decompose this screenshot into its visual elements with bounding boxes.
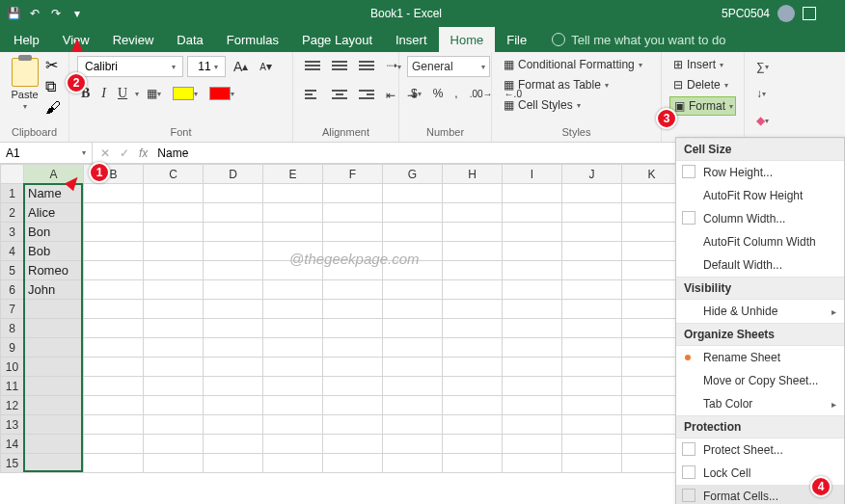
cell[interactable] [383,435,443,454]
cell[interactable] [144,396,204,415]
cell[interactable] [562,377,622,396]
fill-color-button[interactable]: ▾ [169,83,202,104]
cell[interactable] [263,415,323,435]
cell[interactable] [84,338,144,358]
cell[interactable] [443,338,503,358]
cell[interactable] [503,280,562,300]
cell[interactable] [204,223,263,242]
undo-icon[interactable]: ↶ [27,6,42,21]
underline-button[interactable]: U [114,83,131,104]
cell[interactable] [144,338,204,358]
cell[interactable] [263,319,323,338]
cell[interactable] [443,242,503,261]
cell[interactable] [622,280,682,300]
cell[interactable] [622,203,682,223]
number-format-dropdown[interactable]: General▾ [407,56,490,77]
account-avatar-icon[interactable] [777,5,795,22]
save-icon[interactable]: 💾 [6,6,21,21]
cell[interactable] [622,377,682,396]
cell[interactable] [503,184,562,203]
cell-styles-button[interactable]: ▦Cell Styles▾ [500,96,653,114]
cell[interactable] [562,338,622,358]
cell[interactable] [323,280,383,300]
cell[interactable] [24,415,84,435]
cell[interactable] [383,300,443,319]
cell[interactable] [323,338,383,358]
cell[interactable] [503,377,562,396]
menu-item-row-height[interactable]: Row Height... [676,161,844,184]
cell[interactable] [204,415,263,435]
cell[interactable]: John [24,280,84,300]
increase-font-size-button[interactable]: A▴ [230,56,252,77]
cell[interactable] [443,435,503,454]
cell[interactable] [204,280,263,300]
cell[interactable] [84,415,144,435]
cell[interactable] [84,358,144,377]
cell[interactable] [204,319,263,338]
redo-icon[interactable]: ↷ [48,6,64,21]
cell[interactable] [383,223,443,242]
row-header[interactable]: 14 [1,435,24,454]
column-header-F[interactable]: F [323,165,383,184]
cell[interactable] [622,338,682,358]
column-header-G[interactable]: G [383,165,443,184]
align-bottom-icon[interactable] [355,56,378,77]
name-box[interactable]: A1 ▾ [0,143,93,163]
cell[interactable] [503,338,562,358]
cell[interactable] [622,454,682,473]
cell[interactable] [204,338,263,358]
row-header[interactable]: 13 [1,415,24,435]
cell[interactable] [622,300,682,319]
cell[interactable] [263,338,323,358]
font-color-button[interactable]: ▾ [205,83,238,104]
cell[interactable] [204,358,263,377]
tab-data[interactable]: Data [165,27,214,52]
cell[interactable] [562,223,622,242]
column-header-C[interactable]: C [144,165,204,184]
tab-insert[interactable]: Insert [384,27,439,52]
cell[interactable] [503,415,562,435]
comma-format-button[interactable]: , [450,83,461,104]
cell[interactable] [383,184,443,203]
cell[interactable] [562,454,622,473]
cell[interactable] [144,377,204,396]
cell[interactable] [383,203,443,223]
tab-file[interactable]: File [495,27,538,52]
cell[interactable] [562,300,622,319]
cell[interactable] [622,435,682,454]
tab-review[interactable]: Review [101,27,166,52]
cell[interactable] [562,396,622,415]
cell[interactable] [622,261,682,280]
cell[interactable] [443,300,503,319]
cell[interactable]: Romeo [24,261,84,280]
font-size-input[interactable] [195,60,214,73]
cell[interactable] [323,223,383,242]
cell[interactable] [84,223,144,242]
cell[interactable] [383,338,443,358]
cell[interactable] [562,280,622,300]
cell[interactable] [263,454,323,473]
cell[interactable] [263,203,323,223]
cell[interactable] [443,454,503,473]
row-header[interactable]: 3 [1,223,24,242]
cell[interactable] [263,396,323,415]
cell[interactable] [622,184,682,203]
cell[interactable] [503,435,562,454]
fill-button[interactable]: ↓▾ [752,83,770,104]
cell[interactable] [84,300,144,319]
cell[interactable] [383,358,443,377]
align-middle-icon[interactable] [328,56,351,77]
decrease-indent-icon[interactable]: ⇤ [382,85,399,106]
cell[interactable] [383,396,443,415]
borders-button[interactable]: ▦▾ [143,83,165,104]
column-header-E[interactable]: E [263,165,323,184]
cell[interactable] [144,280,204,300]
column-header-K[interactable]: K [622,165,682,184]
cell[interactable]: Alice [24,203,84,223]
row-header[interactable]: 1 [1,184,24,203]
decrease-font-size-button[interactable]: A▾ [256,56,276,77]
cell[interactable] [562,319,622,338]
cell[interactable] [263,358,323,377]
row-header[interactable]: 11 [1,377,24,396]
row-header[interactable]: 4 [1,242,24,261]
